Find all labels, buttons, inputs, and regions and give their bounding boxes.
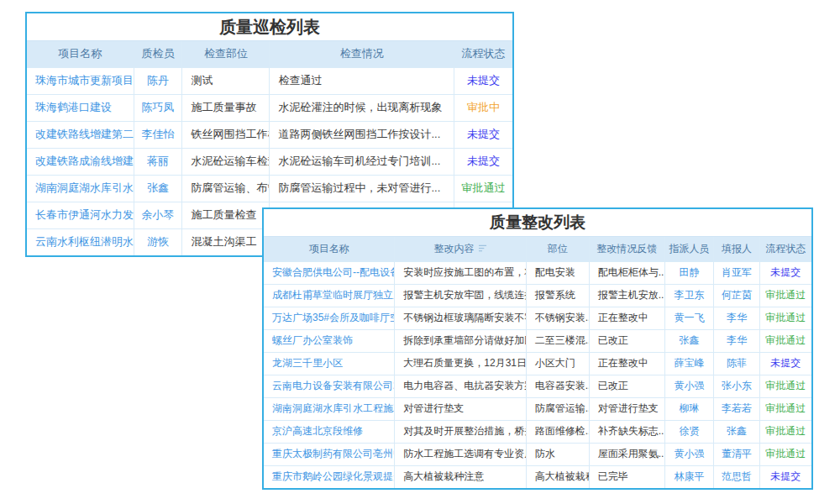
person-name[interactable]: 张鑫 [714, 420, 759, 443]
text-cell: 对管进行垫支 [589, 397, 664, 420]
text-cell: 补齐缺失标志... [589, 420, 664, 443]
person-name[interactable]: 张鑫 [664, 329, 714, 352]
person-name[interactable]: 李若若 [714, 397, 759, 420]
column-header: 项目名称 [264, 237, 395, 261]
column-header: 流程状态 [759, 237, 811, 261]
header-row: 项目名称质检员检查部位检查情况流程状态 [27, 41, 512, 67]
project-name-link[interactable]: 改建铁路线增建第二线... [27, 121, 134, 148]
project-name-link[interactable]: 改建铁路成渝线增建第... [27, 148, 134, 175]
status-cell: 审批通过 [759, 397, 811, 420]
person-name[interactable]: 张小东 [714, 375, 759, 397]
project-name-link[interactable]: 珠海市城市更新项目紫... [27, 67, 134, 94]
table-row: 珠海鹤港口建设陈巧凤施工质量事故水泥砼灌注的时候，出现离析现象审批中 [27, 94, 512, 121]
project-name-link[interactable]: 安徽合肥供电公司--配电设备... [264, 261, 395, 284]
text-cell: 安装时应按施工图的布置，将... [395, 261, 526, 284]
project-name-link[interactable]: 长春市伊通河水力发电... [27, 202, 134, 228]
table-row: 云南电力设备安装有限公司20...电力电容器、电抗器安装方案,...电容器安装.… [264, 375, 811, 397]
project-name-link[interactable]: 成都杜甫草堂临时展厅独立展... [264, 284, 395, 307]
project-name-link[interactable]: 重庆太极制药有限公司亳州中... [264, 443, 395, 465]
text-cell: 已改正 [589, 375, 664, 397]
table-row: 螺丝厂办公室装饰拆除到承重墙部分请做好加固...二至三楼混...已改正张鑫李华审… [264, 329, 811, 352]
project-name-link[interactable]: 云南水利枢纽潜明水库... [27, 228, 134, 255]
project-name-link[interactable]: 龙湖三千里小区 [264, 352, 395, 375]
column-header: 流程状态 [454, 41, 512, 67]
text-cell: 正在整改中 [589, 307, 664, 329]
person-name[interactable]: 何芷茵 [714, 284, 759, 307]
table-row: 万达广场35#会所及咖啡厅空...不锈钢边框玻璃隔断安装不牢...不锈钢安装..… [264, 307, 811, 329]
table-row: 龙湖三千里小区大理石质量更换，12月31日之...小区大门正在整改中薛宝峰陈菲未… [264, 352, 811, 375]
column-header: 检查部位 [182, 41, 270, 67]
person-name[interactable]: 李华 [714, 307, 759, 329]
text-cell: 配电安装 [526, 261, 589, 284]
table-row: 改建铁路成渝线增建第...蒋丽水泥砼运输车检查水泥砼运输车司机经过专门培训...… [27, 148, 512, 175]
person-name[interactable]: 黄小强 [664, 375, 714, 397]
table-row: 重庆市鹅岭公园绿化景观提升...高大植被栽种注意高大植被栽种已完毕林康平范思哲未… [264, 465, 811, 488]
project-name-link[interactable]: 重庆市鹅岭公园绿化景观提升... [264, 465, 395, 488]
sort-icon[interactable] [478, 244, 487, 253]
rectification-table: 质量整改列表 项目名称整改内容部位整改情况反馈指派人员填报人流程状态 安徽合肥供… [262, 207, 813, 490]
text-cell: 混凝土沟渠工 [182, 228, 270, 255]
project-name-link[interactable]: 湖南洞庭湖水库引水工... [27, 175, 134, 202]
table-row: 成都杜甫草堂临时展厅独立展...报警主机安放牢固，线缆连接...报警系统报警主机… [264, 284, 811, 307]
table-row: 改建铁路线增建第二线...李佳怡铁丝网围挡工作检查道路两侧铁丝网围挡工作按设计.… [27, 121, 512, 148]
person-name[interactable]: 柳琳 [664, 397, 714, 420]
text-cell: 小区大门 [526, 352, 589, 375]
person-name[interactable]: 林康平 [664, 465, 714, 488]
text-cell: 高大植被栽种 [526, 465, 589, 488]
text-cell: 报警主机安放牢固，线缆连接... [395, 284, 526, 307]
text-cell: 报警主机安放... [589, 284, 664, 307]
person-name[interactable]: 徐贤 [664, 420, 714, 443]
text-cell: 已完毕 [589, 465, 664, 488]
person-name[interactable]: 陈菲 [714, 352, 759, 375]
text-cell: 电容器安装... [526, 375, 589, 397]
person-name[interactable]: 黄一飞 [664, 307, 714, 329]
text-cell: 电力电容器、电抗器安装方案,... [395, 375, 526, 397]
column-header-label: 部位 [548, 243, 568, 255]
column-header[interactable]: 整改内容 [395, 237, 526, 261]
status-cell: 审批中 [454, 94, 512, 121]
status-cell: 未提交 [454, 148, 512, 175]
person-name[interactable]: 薛宝峰 [664, 352, 714, 375]
project-name-link[interactable]: 万达广场35#会所及咖啡厅空... [264, 307, 395, 329]
person-name[interactable]: 张鑫 [134, 175, 182, 202]
status-cell: 未提交 [759, 465, 811, 488]
person-name[interactable]: 陈巧凤 [134, 94, 182, 121]
table-row: 安徽合肥供电公司--配电设备...安装时应按施工图的布置，将...配电安装配电柜… [264, 261, 811, 284]
column-header: 整改情况反馈 [589, 237, 664, 261]
text-cell: 检查通过 [270, 67, 454, 94]
text-cell: 不锈钢安装... [526, 307, 589, 329]
text-cell: 不锈钢边框玻璃隔断安装不牢... [395, 307, 526, 329]
person-name[interactable]: 董清平 [714, 443, 759, 465]
status-cell: 审批通过 [759, 375, 811, 397]
person-name[interactable]: 李华 [714, 329, 759, 352]
text-cell: 铁丝网围挡工作检查 [182, 121, 270, 148]
project-name-link[interactable]: 云南电力设备安装有限公司20... [264, 375, 395, 397]
project-name-link[interactable]: 京沪高速北京段维修 [264, 420, 395, 443]
person-name[interactable]: 肖亚军 [714, 261, 759, 284]
project-name-link[interactable]: 螺丝厂办公室装饰 [264, 329, 395, 352]
project-name-link[interactable]: 湖南洞庭湖水库引水工程施工标 [264, 397, 395, 420]
text-cell: 报警系统 [526, 284, 589, 307]
person-name[interactable]: 李卫东 [664, 284, 714, 307]
column-header-label: 质检员 [142, 47, 175, 60]
table-row: 京沪高速北京段维修对其及时开展整治措施，桥头...路面维修检...补齐缺失标志.… [264, 420, 811, 443]
table-row: 湖南洞庭湖水库引水工程施工标对管进行垫支防腐管运输...对管进行垫支柳琳李若若审… [264, 397, 811, 420]
person-name[interactable]: 田静 [664, 261, 714, 284]
status-cell: 审批通过 [759, 307, 811, 329]
project-name-link[interactable]: 珠海鹤港口建设 [27, 94, 134, 121]
person-name[interactable]: 陈丹 [134, 67, 182, 94]
person-name[interactable]: 范思哲 [714, 465, 759, 488]
person-name[interactable]: 游恢 [134, 228, 182, 255]
person-name[interactable]: 蒋丽 [134, 148, 182, 175]
text-cell: 屋面采用聚氨... [589, 443, 664, 465]
text-cell: 施工质量检查 [182, 202, 270, 228]
column-header-label: 项目名称 [58, 47, 102, 60]
person-name[interactable]: 李佳怡 [134, 121, 182, 148]
person-name[interactable]: 余小琴 [134, 202, 182, 228]
text-cell: 对其及时开展整治措施，桥头... [395, 420, 526, 443]
status-cell: 审批通过 [759, 443, 811, 465]
column-header: 部位 [526, 237, 589, 261]
person-name[interactable]: 黄小强 [664, 443, 714, 465]
column-header: 质检员 [134, 41, 182, 67]
text-cell: 防腐管运输过程中，未对管进行... [270, 175, 454, 202]
